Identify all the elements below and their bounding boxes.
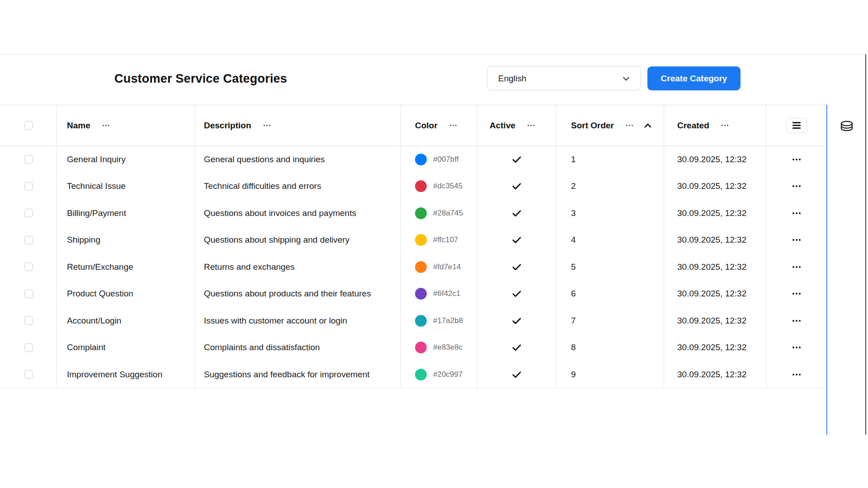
active-check-icon: [511, 288, 522, 299]
column-menu-icon[interactable]: [722, 125, 728, 126]
created-value: 30.09.2025, 12:32: [677, 181, 746, 191]
table-row: Shipping Questions about shipping and de…: [0, 227, 827, 254]
active-check-icon: [511, 154, 522, 165]
row-checkbox[interactable]: [24, 370, 33, 379]
language-select-value: English: [498, 74, 526, 84]
created-value: 30.09.2025, 12:32: [677, 262, 746, 272]
color-hex: #dc3545: [433, 182, 462, 191]
table-row: Technical Issue Technical difficulties a…: [0, 173, 827, 200]
color-hex: #6f42c1: [433, 289, 461, 298]
row-actions-button[interactable]: [793, 159, 801, 160]
color-hex: #ffc107: [433, 235, 458, 244]
page-title: Customer Service Categories: [114, 72, 287, 86]
sort-order-value: 5: [571, 262, 576, 272]
table-row: Product Question Questions about product…: [0, 281, 827, 308]
row-checkbox[interactable]: [24, 182, 33, 191]
color-hex: #fd7e14: [433, 263, 461, 272]
row-description: Questions about products and their featu…: [204, 289, 371, 299]
sort-order-value: 4: [571, 235, 576, 245]
language-select[interactable]: English: [487, 66, 641, 90]
top-divider: [0, 54, 866, 55]
color-dot: [415, 261, 427, 273]
column-menu-icon[interactable]: [528, 125, 534, 126]
row-checkbox[interactable]: [24, 290, 33, 298]
categories-table: Name Description Color Active Sort Order: [0, 105, 827, 389]
table-row: Account/Login Issues with customer accou…: [0, 307, 827, 334]
row-description: Suggestions and feedback for improvement: [204, 370, 370, 380]
column-menu-icon[interactable]: [450, 125, 457, 126]
sort-ascending-icon[interactable]: [644, 123, 651, 128]
row-actions-button[interactable]: [793, 320, 801, 322]
table-row: Complaint Complaints and dissatisfaction…: [0, 334, 827, 361]
table-right-divider: [826, 105, 827, 435]
row-description: Questions about invoices and payments: [204, 208, 356, 218]
color-hex: #17a2b8: [433, 316, 463, 325]
row-description: Issues with customer account or login: [204, 316, 347, 326]
row-actions-button[interactable]: [793, 212, 801, 214]
active-check-icon: [511, 235, 522, 245]
select-all-checkbox[interactable]: [24, 121, 33, 130]
color-dot: [415, 234, 427, 246]
row-checkbox[interactable]: [24, 236, 33, 244]
row-description: General questions and inquiries: [204, 155, 325, 164]
row-checkbox[interactable]: [24, 155, 33, 164]
customer-service-categories-page: Customer Service Categories English Crea…: [0, 0, 868, 488]
color-dot: [415, 342, 427, 353]
sort-order-value: 8: [571, 343, 576, 352]
create-category-button[interactable]: Create Category: [647, 66, 741, 90]
column-menu-icon[interactable]: [103, 125, 109, 126]
table-header-row: Name Description Color Active Sort Order: [0, 105, 827, 146]
active-check-icon: [511, 262, 522, 272]
table-body: General Inquiry General questions and in…: [0, 146, 827, 389]
column-menu-icon[interactable]: [264, 125, 270, 126]
column-header-color: Color: [415, 121, 438, 131]
row-actions-button[interactable]: [793, 185, 801, 187]
row-name: Improvement Suggestion: [67, 370, 162, 380]
active-check-icon: [511, 181, 522, 192]
row-description: Returns and exchanges: [204, 262, 295, 272]
panel-edge-line: [865, 54, 866, 435]
color-hex: #e83e8c: [433, 343, 462, 352]
row-name: Return/Exchange: [67, 262, 133, 272]
row-checkbox[interactable]: [24, 316, 33, 325]
row-name: General Inquiry: [67, 155, 126, 164]
row-name: Product Question: [67, 289, 133, 299]
row-name: Account/Login: [67, 316, 121, 326]
row-description: Technical difficulties and errors: [204, 181, 321, 191]
table-row: Return/Exchange Returns and exchanges #f…: [0, 253, 827, 281]
row-checkbox[interactable]: [24, 209, 33, 217]
column-menu-icon[interactable]: [626, 125, 633, 126]
sort-order-value: 3: [571, 208, 576, 218]
created-value: 30.09.2025, 12:32: [677, 235, 746, 245]
color-dot: [415, 315, 427, 327]
row-actions-button[interactable]: [793, 374, 801, 375]
database-icon[interactable]: [840, 120, 854, 135]
table-options-button[interactable]: [786, 118, 807, 133]
row-description: Complaints and dissatisfaction: [204, 343, 320, 352]
created-value: 30.09.2025, 12:32: [677, 208, 746, 218]
active-check-icon: [511, 208, 522, 219]
column-header-sort-order: Sort Order: [571, 121, 614, 131]
color-hex: #007bff: [433, 155, 458, 164]
sort-order-value: 9: [571, 370, 576, 380]
row-actions-button[interactable]: [793, 266, 801, 268]
created-value: 30.09.2025, 12:32: [677, 316, 746, 326]
column-header-name: Name: [67, 121, 90, 131]
row-name: Technical Issue: [67, 181, 126, 191]
table-row: Improvement Suggestion Suggestions and f…: [0, 361, 827, 388]
row-description: Questions about shipping and delivery: [204, 235, 349, 245]
row-actions-button[interactable]: [793, 347, 801, 348]
column-header-active: Active: [490, 121, 515, 131]
row-name: Shipping: [67, 235, 100, 245]
created-value: 30.09.2025, 12:32: [677, 289, 746, 299]
sort-order-value: 7: [571, 316, 576, 326]
row-checkbox[interactable]: [24, 343, 33, 352]
column-header-description: Description: [204, 121, 251, 131]
row-actions-button[interactable]: [793, 239, 801, 241]
table-row: Billing/Payment Questions about invoices…: [0, 200, 827, 227]
row-name: Complaint: [67, 343, 106, 352]
sort-order-value: 2: [571, 181, 576, 191]
row-checkbox[interactable]: [24, 263, 33, 271]
row-actions-button[interactable]: [793, 293, 801, 295]
column-header-created: Created: [677, 121, 709, 131]
